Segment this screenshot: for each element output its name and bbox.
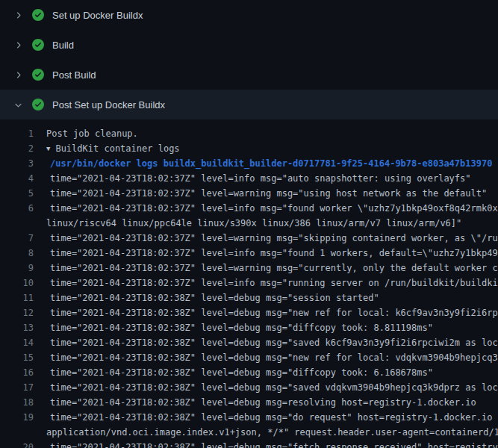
line-number[interactable]: 20 xyxy=(0,440,34,448)
line-number[interactable]: 3 xyxy=(0,156,34,171)
step-label: Set up Docker Buildx xyxy=(52,10,143,21)
log-text: time="2021-04-23T18:02:37Z" level=info m… xyxy=(34,246,498,261)
log-viewer: 1Post job cleanup.2▼BuildKit container l… xyxy=(0,119,498,448)
log-line: 10time="2021-04-23T18:02:37Z" level=info… xyxy=(0,276,498,290)
chevron-right-icon xyxy=(12,10,24,20)
log-line: 1Post job cleanup. xyxy=(0,126,498,141)
log-line: 7time="2021-04-23T18:02:37Z" level=warni… xyxy=(0,231,498,246)
log-text: time="2021-04-23T18:02:38Z" level=debug … xyxy=(34,440,498,448)
line-number[interactable]: 17 xyxy=(0,380,34,395)
log-line: 11time="2021-04-23T18:02:38Z" level=debu… xyxy=(0,290,498,305)
step-label: Build xyxy=(52,40,74,51)
log-line: 19time="2021-04-23T18:02:38Z" level=debu… xyxy=(0,410,498,425)
line-number[interactable]: 18 xyxy=(0,395,34,410)
line-number[interactable]: 4 xyxy=(0,171,34,186)
chevron-right-icon xyxy=(12,40,24,50)
group-expand-toggle-icon[interactable]: ▼ xyxy=(46,141,50,156)
log-text: time="2021-04-23T18:02:38Z" level=debug … xyxy=(34,290,379,305)
line-number[interactable]: 15 xyxy=(0,350,34,365)
log-line: 13time="2021-04-23T18:02:38Z" level=debu… xyxy=(0,320,498,335)
line-number[interactable]: 12 xyxy=(0,305,34,320)
log-text: time="2021-04-23T18:02:38Z" level=debug … xyxy=(34,335,498,350)
log-line: 4time="2021-04-23T18:02:37Z" level=info … xyxy=(0,171,498,186)
line-number xyxy=(0,216,34,231)
line-number[interactable]: 16 xyxy=(0,365,34,380)
step-post-build[interactable]: Post Build xyxy=(0,60,498,90)
chevron-right-icon xyxy=(12,70,24,80)
line-number[interactable]: 7 xyxy=(0,231,34,246)
log-text: time="2021-04-23T18:02:38Z" level=debug … xyxy=(34,380,498,395)
line-number[interactable]: 9 xyxy=(0,261,34,276)
line-number[interactable]: 11 xyxy=(0,290,34,305)
line-number[interactable]: 2 xyxy=(0,141,34,156)
log-line: 6time="2021-04-23T18:02:37Z" level=info … xyxy=(0,201,498,216)
log-line: linux/riscv64 linux/ppc64le linux/s390x … xyxy=(0,216,498,231)
log-text: time="2021-04-23T18:02:38Z" level=debug … xyxy=(34,305,498,320)
chevron-down-icon xyxy=(12,100,24,110)
step-post-set-up-docker-buildx[interactable]: Post Set up Docker Buildx xyxy=(0,90,498,119)
line-number[interactable]: 10 xyxy=(0,276,34,290)
log-group-label[interactable]: ▼BuildKit container logs xyxy=(34,141,180,156)
log-line: 9time="2021-04-23T18:02:37Z" level=warni… xyxy=(0,261,498,276)
log-text: application/vnd.oci.image.index.v1+json,… xyxy=(34,425,498,440)
check-circle-icon xyxy=(32,9,44,21)
line-number[interactable]: 14 xyxy=(0,335,34,350)
log-text: time="2021-04-23T18:02:37Z" level=info m… xyxy=(34,201,498,216)
steps-list: Set up Docker Buildx Build Post Build Po… xyxy=(0,0,498,119)
log-text: time="2021-04-23T18:02:38Z" level=debug … xyxy=(34,365,433,380)
log-line: 2▼BuildKit container logs xyxy=(0,141,498,156)
line-number[interactable]: 5 xyxy=(0,186,34,201)
log-text: time="2021-04-23T18:02:37Z" level=warnin… xyxy=(34,261,498,276)
log-text: time="2021-04-23T18:02:38Z" level=debug … xyxy=(34,350,498,365)
log-line: 3/usr/bin/docker logs buildx_buildkit_bu… xyxy=(0,156,498,171)
log-line: 8time="2021-04-23T18:02:37Z" level=info … xyxy=(0,246,498,261)
log-text: time="2021-04-23T18:02:37Z" level=warnin… xyxy=(34,186,487,201)
step-build[interactable]: Build xyxy=(0,30,498,60)
log-line: application/vnd.oci.image.index.v1+json,… xyxy=(0,425,498,440)
line-number xyxy=(0,425,34,440)
line-number[interactable]: 13 xyxy=(0,320,34,335)
log-command-text: /usr/bin/docker logs buildx_buildkit_bui… xyxy=(34,156,492,171)
log-text: time="2021-04-23T18:02:37Z" level=info m… xyxy=(34,171,471,186)
log-line: 18time="2021-04-23T18:02:38Z" level=debu… xyxy=(0,395,498,410)
log-lines: 1Post job cleanup.2▼BuildKit container l… xyxy=(0,126,498,448)
check-circle-icon xyxy=(32,99,44,111)
check-circle-icon xyxy=(32,69,44,81)
log-text: Post job cleanup. xyxy=(34,126,138,141)
line-number[interactable]: 8 xyxy=(0,246,34,261)
line-number[interactable]: 19 xyxy=(0,410,34,425)
line-number[interactable]: 1 xyxy=(0,126,34,141)
log-line: 12time="2021-04-23T18:02:38Z" level=debu… xyxy=(0,305,498,320)
log-text: linux/riscv64 linux/ppc64le linux/s390x … xyxy=(34,216,461,231)
log-text: time="2021-04-23T18:02:38Z" level=debug … xyxy=(34,395,476,410)
log-line: 20time="2021-04-23T18:02:38Z" level=debu… xyxy=(0,440,498,448)
log-text: time="2021-04-23T18:02:38Z" level=debug … xyxy=(34,320,433,335)
log-text: time="2021-04-23T18:02:37Z" level=info m… xyxy=(34,276,498,290)
check-circle-icon xyxy=(32,39,44,51)
log-line: 15time="2021-04-23T18:02:38Z" level=debu… xyxy=(0,350,498,365)
step-label: Post Build xyxy=(52,69,96,81)
log-line: 17time="2021-04-23T18:02:38Z" level=debu… xyxy=(0,380,498,395)
log-line: 5time="2021-04-23T18:02:37Z" level=warni… xyxy=(0,186,498,201)
log-text: time="2021-04-23T18:02:38Z" level=debug … xyxy=(34,410,498,425)
line-number[interactable]: 6 xyxy=(0,201,34,216)
step-set-up-docker-buildx[interactable]: Set up Docker Buildx xyxy=(0,0,498,30)
step-label: Post Set up Docker Buildx xyxy=(52,99,165,111)
log-text: time="2021-04-23T18:02:37Z" level=warnin… xyxy=(34,231,498,246)
log-line: 14time="2021-04-23T18:02:38Z" level=debu… xyxy=(0,335,498,350)
log-line: 16time="2021-04-23T18:02:38Z" level=debu… xyxy=(0,365,498,380)
